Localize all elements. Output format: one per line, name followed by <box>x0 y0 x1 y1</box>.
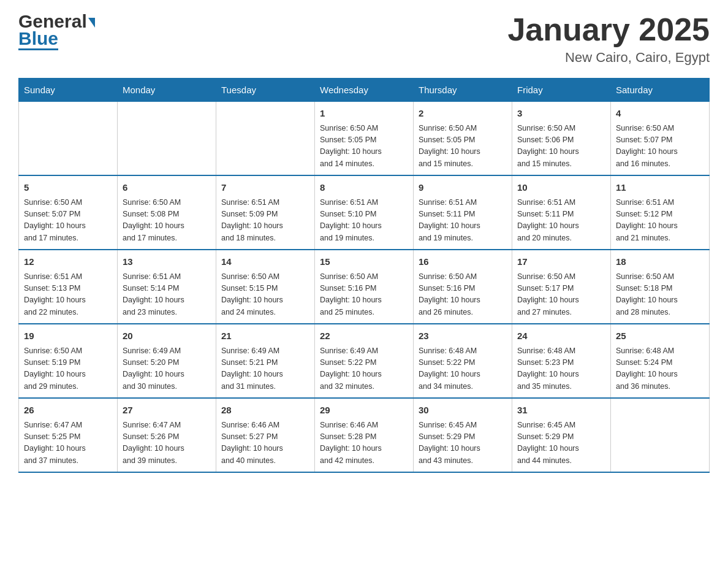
day-info: Sunrise: 6:48 AM Sunset: 5:24 PM Dayligh… <box>616 345 704 393</box>
calendar-cell: 10Sunrise: 6:51 AM Sunset: 5:11 PM Dayli… <box>512 175 611 250</box>
calendar-cell: 7Sunrise: 6:51 AM Sunset: 5:09 PM Daylig… <box>216 175 315 250</box>
logo-triangle-icon <box>88 18 95 28</box>
day-number: 8 <box>320 181 408 195</box>
calendar-cell: 18Sunrise: 6:50 AM Sunset: 5:18 PM Dayli… <box>611 250 710 324</box>
calendar-cell: 6Sunrise: 6:50 AM Sunset: 5:08 PM Daylig… <box>118 175 216 250</box>
calendar-cell: 15Sunrise: 6:50 AM Sunset: 5:16 PM Dayli… <box>315 250 414 324</box>
calendar-cell: 23Sunrise: 6:48 AM Sunset: 5:22 PM Dayli… <box>414 324 512 398</box>
day-number: 19 <box>24 329 112 343</box>
day-info: Sunrise: 6:47 AM Sunset: 5:25 PM Dayligh… <box>24 419 112 467</box>
day-info: Sunrise: 6:46 AM Sunset: 5:28 PM Dayligh… <box>320 419 408 467</box>
days-of-week-row: SundayMondayTuesdayWednesdayThursdayFrid… <box>19 79 710 102</box>
day-info: Sunrise: 6:51 AM Sunset: 5:11 PM Dayligh… <box>517 197 605 245</box>
calendar-cell: 16Sunrise: 6:50 AM Sunset: 5:16 PM Dayli… <box>414 250 512 324</box>
day-number: 18 <box>616 255 704 269</box>
calendar-cell: 25Sunrise: 6:48 AM Sunset: 5:24 PM Dayli… <box>611 324 710 398</box>
page-header: General Blue January 2025 New Cairo, Cai… <box>18 12 710 66</box>
day-number: 1 <box>320 107 408 121</box>
calendar-cell: 12Sunrise: 6:51 AM Sunset: 5:13 PM Dayli… <box>19 250 118 324</box>
calendar-cell: 1Sunrise: 6:50 AM Sunset: 5:05 PM Daylig… <box>315 102 414 176</box>
day-number: 23 <box>419 329 507 343</box>
day-number: 2 <box>419 107 507 121</box>
calendar-cell <box>19 102 118 176</box>
day-info: Sunrise: 6:50 AM Sunset: 5:18 PM Dayligh… <box>616 271 704 319</box>
day-info: Sunrise: 6:50 AM Sunset: 5:15 PM Dayligh… <box>221 271 309 319</box>
day-number: 11 <box>616 181 704 195</box>
day-number: 7 <box>221 181 309 195</box>
day-number: 30 <box>419 404 507 418</box>
calendar-cell <box>216 102 315 176</box>
day-number: 16 <box>419 255 507 269</box>
calendar-cell: 26Sunrise: 6:47 AM Sunset: 5:25 PM Dayli… <box>19 398 118 472</box>
day-number: 4 <box>616 107 704 121</box>
day-number: 20 <box>123 329 211 343</box>
title-block: January 2025 New Cairo, Cairo, Egypt <box>507 12 710 66</box>
calendar-cell: 9Sunrise: 6:51 AM Sunset: 5:11 PM Daylig… <box>414 175 512 250</box>
calendar-cell: 3Sunrise: 6:50 AM Sunset: 5:06 PM Daylig… <box>512 102 611 176</box>
day-number: 15 <box>320 255 408 269</box>
day-info: Sunrise: 6:50 AM Sunset: 5:06 PM Dayligh… <box>517 123 605 170</box>
calendar-cell: 4Sunrise: 6:50 AM Sunset: 5:07 PM Daylig… <box>611 102 710 176</box>
week-row-2: 5Sunrise: 6:50 AM Sunset: 5:07 PM Daylig… <box>19 175 710 250</box>
day-number: 9 <box>419 181 507 195</box>
day-of-week-monday: Monday <box>118 79 216 102</box>
day-info: Sunrise: 6:50 AM Sunset: 5:19 PM Dayligh… <box>24 345 112 393</box>
day-info: Sunrise: 6:49 AM Sunset: 5:21 PM Dayligh… <box>221 345 309 393</box>
day-number: 6 <box>123 181 211 195</box>
calendar-table: SundayMondayTuesdayWednesdayThursdayFrid… <box>18 78 710 473</box>
day-of-week-sunday: Sunday <box>19 79 118 102</box>
day-number: 27 <box>123 404 211 418</box>
day-number: 31 <box>517 404 605 418</box>
calendar-title: January 2025 <box>507 12 710 47</box>
calendar-cell: 2Sunrise: 6:50 AM Sunset: 5:05 PM Daylig… <box>414 102 512 176</box>
day-of-week-friday: Friday <box>512 79 611 102</box>
day-info: Sunrise: 6:50 AM Sunset: 5:17 PM Dayligh… <box>517 271 605 319</box>
calendar-cell: 8Sunrise: 6:51 AM Sunset: 5:10 PM Daylig… <box>315 175 414 250</box>
day-number: 14 <box>221 255 309 269</box>
day-info: Sunrise: 6:48 AM Sunset: 5:23 PM Dayligh… <box>517 345 605 393</box>
day-of-week-tuesday: Tuesday <box>216 79 315 102</box>
day-number: 25 <box>616 329 704 343</box>
day-number: 26 <box>24 404 112 418</box>
calendar-cell <box>118 102 216 176</box>
calendar-header: SundayMondayTuesdayWednesdayThursdayFrid… <box>19 79 710 102</box>
calendar-cell: 5Sunrise: 6:50 AM Sunset: 5:07 PM Daylig… <box>19 175 118 250</box>
day-info: Sunrise: 6:46 AM Sunset: 5:27 PM Dayligh… <box>221 419 309 467</box>
day-number: 5 <box>24 181 112 195</box>
day-info: Sunrise: 6:45 AM Sunset: 5:29 PM Dayligh… <box>419 419 507 467</box>
calendar-cell: 27Sunrise: 6:47 AM Sunset: 5:26 PM Dayli… <box>118 398 216 472</box>
day-number: 13 <box>123 255 211 269</box>
day-of-week-saturday: Saturday <box>611 79 710 102</box>
calendar-cell: 17Sunrise: 6:50 AM Sunset: 5:17 PM Dayli… <box>512 250 611 324</box>
logo-underline <box>18 48 58 50</box>
calendar-cell: 30Sunrise: 6:45 AM Sunset: 5:29 PM Dayli… <box>414 398 512 472</box>
week-row-5: 26Sunrise: 6:47 AM Sunset: 5:25 PM Dayli… <box>19 398 710 472</box>
day-info: Sunrise: 6:51 AM Sunset: 5:10 PM Dayligh… <box>320 197 408 245</box>
calendar-cell: 11Sunrise: 6:51 AM Sunset: 5:12 PM Dayli… <box>611 175 710 250</box>
day-info: Sunrise: 6:49 AM Sunset: 5:22 PM Dayligh… <box>320 345 408 393</box>
day-of-week-thursday: Thursday <box>414 79 512 102</box>
day-number: 10 <box>517 181 605 195</box>
day-number: 21 <box>221 329 309 343</box>
day-number: 22 <box>320 329 408 343</box>
day-info: Sunrise: 6:50 AM Sunset: 5:05 PM Dayligh… <box>320 123 408 170</box>
calendar-subtitle: New Cairo, Cairo, Egypt <box>507 50 710 66</box>
day-number: 28 <box>221 404 309 418</box>
logo-blue-text: Blue <box>18 29 58 48</box>
day-info: Sunrise: 6:51 AM Sunset: 5:09 PM Dayligh… <box>221 197 309 245</box>
day-info: Sunrise: 6:50 AM Sunset: 5:16 PM Dayligh… <box>419 271 507 319</box>
day-info: Sunrise: 6:51 AM Sunset: 5:14 PM Dayligh… <box>123 271 211 319</box>
day-info: Sunrise: 6:51 AM Sunset: 5:12 PM Dayligh… <box>616 197 704 245</box>
day-number: 12 <box>24 255 112 269</box>
day-info: Sunrise: 6:45 AM Sunset: 5:29 PM Dayligh… <box>517 419 605 467</box>
day-info: Sunrise: 6:48 AM Sunset: 5:22 PM Dayligh… <box>419 345 507 393</box>
day-info: Sunrise: 6:50 AM Sunset: 5:07 PM Dayligh… <box>24 197 112 245</box>
day-info: Sunrise: 6:50 AM Sunset: 5:08 PM Dayligh… <box>123 197 211 245</box>
day-info: Sunrise: 6:50 AM Sunset: 5:16 PM Dayligh… <box>320 271 408 319</box>
week-row-4: 19Sunrise: 6:50 AM Sunset: 5:19 PM Dayli… <box>19 324 710 398</box>
calendar-cell: 20Sunrise: 6:49 AM Sunset: 5:20 PM Dayli… <box>118 324 216 398</box>
calendar-cell: 19Sunrise: 6:50 AM Sunset: 5:19 PM Dayli… <box>19 324 118 398</box>
day-info: Sunrise: 6:51 AM Sunset: 5:13 PM Dayligh… <box>24 271 112 319</box>
day-info: Sunrise: 6:49 AM Sunset: 5:20 PM Dayligh… <box>123 345 211 393</box>
day-of-week-wednesday: Wednesday <box>315 79 414 102</box>
